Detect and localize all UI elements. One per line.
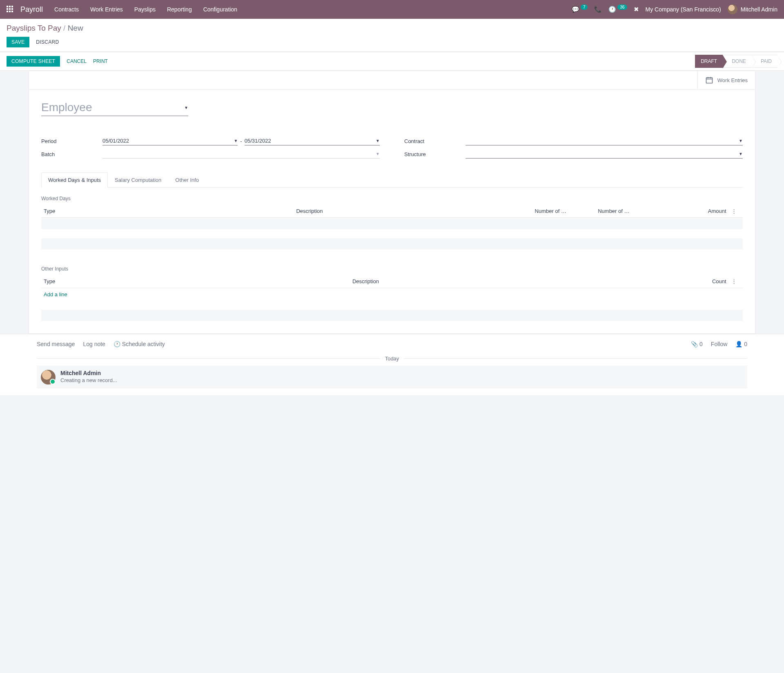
table-row — [41, 218, 743, 229]
message-text: Creating a new record... — [60, 377, 117, 383]
cancel-button[interactable]: CANCEL — [67, 58, 87, 64]
col-amount[interactable]: Amount — [659, 205, 729, 218]
period-label: Period — [41, 138, 102, 144]
control-bar: Payslips To Pay / New SAVE DISCARD — [0, 19, 784, 52]
log-note-button[interactable]: Log note — [83, 341, 105, 347]
follower-count[interactable]: 👤 0 — [735, 341, 747, 347]
chevron-down-icon: ▼ — [184, 105, 188, 110]
app-brand: Payroll — [20, 5, 43, 14]
add-line-button[interactable]: Add a line — [44, 291, 67, 297]
breadcrumb-sep: / — [63, 24, 68, 32]
nav-reporting[interactable]: Reporting — [167, 6, 192, 13]
breadcrumb: Payslips To Pay / New — [7, 24, 777, 33]
col-count[interactable]: Count — [659, 275, 729, 288]
button-bar: SAVE DISCARD — [7, 37, 777, 47]
batch-field: ▼ — [102, 150, 380, 159]
employee-field[interactable]: ▼ — [41, 99, 188, 116]
form-card: Work Entries ▼ Period 05/01/2022▼ - 05/3… — [29, 71, 755, 334]
kebab-icon[interactable]: ⋮ — [729, 205, 743, 218]
breadcrumb-current: New — [68, 24, 83, 32]
chatter: Send message Log note 🕐 Schedule activit… — [0, 334, 784, 395]
main-wrap: Work Entries ▼ Period 05/01/2022▼ - 05/3… — [0, 71, 784, 334]
chatter-date-label: Today — [380, 356, 404, 362]
period-sep: - — [240, 138, 242, 144]
employee-input[interactable] — [41, 101, 184, 114]
nav-work-entries[interactable]: Work Entries — [90, 6, 123, 13]
chevron-down-icon: ▼ — [739, 152, 743, 156]
nav-payslips[interactable]: Payslips — [134, 6, 156, 13]
chevron-down-icon: ▼ — [739, 139, 743, 143]
activity-badge: 36 — [617, 4, 627, 10]
col-days[interactable]: Number of … — [532, 205, 596, 218]
chevron-down-icon: ▼ — [376, 152, 380, 156]
structure-label: Structure — [404, 151, 466, 157]
batch-label: Batch — [41, 151, 102, 157]
table-footer — [41, 310, 743, 321]
navbar: Payroll Contracts Work Entries Payslips … — [0, 0, 784, 19]
smart-button-bar: Work Entries — [29, 71, 755, 89]
other-inputs-table: Type Description Count ⋮ Add a line — [41, 275, 743, 321]
attachment-count[interactable]: 📎 0 — [691, 341, 703, 347]
contract-label: Contract — [404, 138, 466, 144]
worked-days-table: Type Description Number of … Number of …… — [41, 205, 743, 250]
breadcrumb-parent[interactable]: Payslips To Pay — [7, 24, 61, 32]
tab-salary-computation[interactable]: Salary Computation — [108, 172, 168, 187]
tab-pane-worked-days: Worked Days Type Description Number of …… — [41, 188, 743, 321]
table-row: Add a line — [41, 288, 743, 301]
status-bar: COMPUTE SHEET CANCEL PRINT DRAFT DONE PA… — [0, 52, 784, 71]
col-type[interactable]: Type — [41, 275, 350, 288]
schedule-activity-button[interactable]: 🕐 Schedule activity — [114, 341, 165, 347]
chat-icon[interactable]: 💬7 — [572, 6, 588, 13]
period-from-field[interactable]: 05/01/2022▼ — [102, 136, 238, 145]
chatter-message: Mitchell Admin Creating a new record... — [37, 366, 747, 389]
chatter-toolbar: Send message Log note 🕐 Schedule activit… — [37, 341, 747, 347]
calendar-icon — [705, 76, 713, 84]
tools-icon[interactable]: ✖ — [634, 6, 639, 13]
activity-icon[interactable]: 🕐36 — [608, 6, 627, 13]
col-hours[interactable]: Number of … — [595, 205, 659, 218]
user-name: Mitchell Admin — [741, 6, 777, 13]
work-entries-label: Work Entries — [717, 77, 748, 83]
col-type[interactable]: Type — [41, 205, 294, 218]
send-message-button[interactable]: Send message — [37, 341, 75, 347]
worked-days-title: Worked Days — [41, 196, 743, 201]
user-menu[interactable]: Mitchell Admin — [728, 4, 777, 14]
period-to-field[interactable]: 05/31/2022▼ — [245, 136, 380, 145]
chevron-down-icon: ▼ — [234, 139, 238, 143]
message-author: Mitchell Admin — [60, 370, 117, 376]
chevron-down-icon: ▼ — [376, 139, 380, 143]
tab-worked-days[interactable]: Worked Days & Inputs — [41, 172, 108, 188]
company-switcher[interactable]: My Company (San Francisco) — [646, 6, 721, 13]
apps-icon[interactable] — [7, 6, 14, 13]
structure-field[interactable]: ▼ — [466, 150, 743, 159]
chat-badge: 7 — [581, 4, 588, 10]
nav-configuration[interactable]: Configuration — [203, 6, 237, 13]
chatter-date-sep: Today — [37, 356, 747, 362]
kebab-icon[interactable]: ⋮ — [729, 275, 743, 288]
print-button[interactable]: PRINT — [93, 58, 108, 64]
follow-button[interactable]: Follow — [711, 341, 727, 347]
nav-contracts[interactable]: Contracts — [54, 6, 79, 13]
status-draft[interactable]: DRAFT — [695, 55, 723, 68]
status-done[interactable]: DONE — [723, 55, 752, 68]
message-avatar-icon — [41, 370, 56, 385]
status-arrows: DRAFT DONE PAID — [695, 55, 777, 68]
contract-field[interactable]: ▼ — [466, 136, 743, 145]
tabs: Worked Days & Inputs Salary Computation … — [41, 172, 743, 188]
table-footer — [41, 238, 743, 250]
compute-sheet-button[interactable]: COMPUTE SHEET — [7, 56, 60, 67]
tab-other-info[interactable]: Other Info — [168, 172, 206, 187]
save-button[interactable]: SAVE — [7, 37, 29, 47]
col-desc[interactable]: Description — [350, 275, 659, 288]
other-inputs-title: Other Inputs — [41, 266, 743, 272]
phone-icon[interactable]: 📞 — [594, 6, 602, 13]
user-avatar-icon — [728, 4, 737, 14]
work-entries-smart-button[interactable]: Work Entries — [697, 71, 755, 89]
svg-rect-0 — [706, 78, 712, 83]
col-desc[interactable]: Description — [294, 205, 532, 218]
discard-button[interactable]: DISCARD — [31, 37, 64, 47]
